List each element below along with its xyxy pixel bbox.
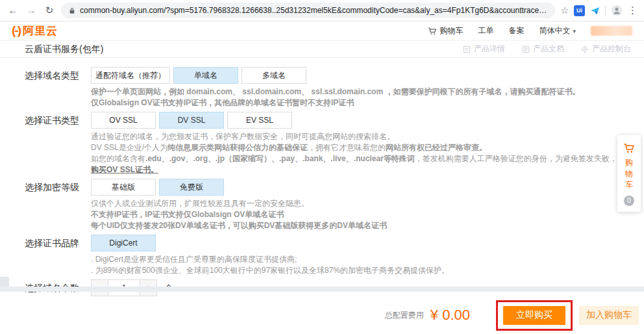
order-form: 选择域名类型 通配符域名（推荐） 单域名 多域名 保护一个单页面网站，例如 do…: [0, 58, 644, 296]
domain-type-desc-1: 保护一个单页面网站，例如 domain.com、 ssl.domain.com、…: [91, 86, 580, 97]
nav-beian[interactable]: 备案: [508, 25, 524, 36]
browser-menu-icon[interactable]: ⋮: [628, 5, 638, 16]
plane-extension-icon[interactable]: [590, 6, 600, 16]
domain-type-options: 通配符域名（推荐） 单域名 多域名: [91, 67, 580, 84]
site-header: (-) 阿里云 购物车 工单 备案 简体中文 ▾: [0, 21, 644, 40]
reload-icon[interactable]: ↻: [43, 4, 56, 17]
header-nav: 购物车 工单 备案 简体中文 ▾: [428, 25, 632, 36]
product-console-label: 产品控制台: [592, 44, 631, 55]
forward-icon[interactable]: →: [25, 4, 38, 17]
lock-icon: [69, 7, 75, 14]
toolbar-divider: [605, 5, 606, 16]
total-price: ¥ 0.00: [430, 307, 470, 324]
cart-icon: [428, 27, 437, 36]
row-cert-type: 选择证书类型 OV SSL DV SSL EV SSL 通过验证您的域名，为您颁…: [25, 112, 644, 175]
brand-label: 选择证书品牌: [25, 235, 91, 276]
back-icon[interactable]: ←: [6, 4, 19, 17]
row-domain-type: 选择域名类型 通配符域名（推荐） 单域名 多域名 保护一个单页面网站，例如 do…: [25, 67, 644, 109]
nav-cart[interactable]: 购物车: [428, 25, 463, 36]
domain-type-option-wildcard[interactable]: 通配符域名（推荐）: [91, 67, 170, 84]
enc-level-desc-3: 每个UID仅支持签发20张DV单域名证书，可以购买DV基础版获得更多的DV单域名…: [91, 220, 387, 231]
cart-icon: [623, 142, 635, 154]
domain-type-option-single[interactable]: 单域名: [173, 67, 238, 84]
docs-icon: [522, 45, 530, 53]
product-console-link[interactable]: 产品控制台: [581, 44, 631, 55]
enc-level-option-free[interactable]: 免费版: [159, 179, 224, 196]
nav-cart-label: 购物车: [440, 25, 463, 36]
floating-cart-widget[interactable]: 购物车 0: [617, 135, 641, 212]
cert-type-options: OV SSL DV SSL EV SSL: [91, 112, 644, 129]
domain-type-option-multi[interactable]: 多域名: [242, 67, 306, 84]
cert-type-label: 选择证书类型: [25, 112, 91, 175]
enc-level-label: 选择加密等级: [25, 179, 91, 231]
browser-avatar[interactable]: [611, 5, 623, 16]
product-docs-link[interactable]: 产品文档: [522, 44, 564, 55]
nav-language-label: 简体中文: [539, 25, 570, 36]
cert-type-option-ov[interactable]: OV SSL: [91, 112, 156, 129]
page-title: 云盾证书服务(包年): [25, 44, 103, 55]
row-brand: 选择证书品牌 DigiCert . DigiCert是业界更受信任且广受尊重的高…: [25, 235, 644, 276]
url-text: common-buy.aliyun.com/?spm=5176.7968328.…: [80, 6, 547, 15]
address-bar[interactable]: common-buy.aliyun.com/?spm=5176.7968328.…: [61, 3, 555, 18]
horizontal-scrollbar[interactable]: [0, 287, 644, 292]
page-title-links: 产品详情 产品文档 产品控制台: [463, 44, 631, 55]
product-docs-label: 产品文档: [533, 44, 564, 55]
cert-type-option-dv[interactable]: DV SSL: [159, 112, 224, 129]
brand-desc-1: . DigiCert是业界更受信任且广受尊重的高保障度证书提供商;: [91, 254, 449, 265]
aliyun-logo[interactable]: (-) 阿里云: [12, 23, 58, 38]
enc-level-option-basic[interactable]: 基础版: [91, 179, 156, 196]
domain-type-label: 选择域名类型: [25, 67, 91, 109]
domain-type-desc-2: 仅Globalsign OV证书支持IP证书，其他品牌的单域名证书暂时不支持IP…: [91, 97, 580, 109]
enc-level-options: 基础版 免费版: [91, 179, 387, 196]
total-cost-label: 总配置费用: [385, 310, 424, 321]
enc-level-desc-2: 不支持IP证书，IP证书支持仅Globalsign OV单域名证书: [91, 209, 387, 220]
enc-level-desc-1: 仅供个人或企业测试所用，扩展性较差且具有一定的安全隐患。: [91, 198, 387, 209]
product-detail-label: 产品详情: [474, 44, 505, 55]
brand-option-digicert[interactable]: DigiCert: [91, 235, 156, 251]
floating-cart-label: 购物车: [625, 157, 634, 190]
brand-options: DigiCert: [91, 235, 449, 251]
cert-type-option-ev[interactable]: EV SSL: [227, 112, 292, 129]
document-icon: [463, 45, 471, 53]
browser-toolbar: ← → ↻ common-buy.aliyun.com/?spm=5176.79…: [0, 0, 644, 21]
row-enc-level: 选择加密等级 基础版 免费版 仅供个人或企业测试所用，扩展性较差且具有一定的安全…: [25, 179, 644, 231]
checkout-bar: 总配置费用 ¥ 0.00 立即购买 加入购物车: [0, 296, 644, 334]
username-redacted[interactable]: [591, 26, 632, 36]
aliyun-logo-mark: (-): [12, 23, 20, 38]
cert-type-desc-3: 如您的域名含有.edu、.gov、.org、.jp（国家缩写）、.pay、.ba…: [91, 153, 644, 175]
cert-type-desc-1: 通过验证您的域名，为您颁发证书，保护客户数据安全，同时可提高您网站的搜索排名。: [91, 131, 644, 142]
cart-count-badge: 0: [624, 196, 634, 206]
aliyun-logo-text: 阿里云: [23, 23, 58, 38]
gear-icon: [581, 45, 589, 53]
ui-extension-icon[interactable]: Ui: [574, 5, 585, 16]
nav-language[interactable]: 简体中文 ▾: [539, 25, 576, 36]
page-title-row: 云盾证书服务(包年) 产品详情 产品文档 产品控制台: [0, 40, 644, 58]
buy-now-button[interactable]: 立即购买: [503, 306, 565, 325]
chevron-down-icon: ▾: [573, 28, 576, 34]
cert-type-desc-2: DV SSL是企业/个人为纯信息展示类网站获得公信力的基础保证，拥有它才意味着您…: [91, 142, 644, 153]
product-detail-link[interactable]: 产品详情: [463, 44, 505, 55]
add-to-cart-button[interactable]: 加入购物车: [579, 306, 639, 325]
brand-desc-2: . 为89%的财富500强企业、全球前100大银行中的97家银行以及全球87%的…: [91, 265, 449, 276]
bookmark-star-icon[interactable]: ☆: [560, 5, 569, 16]
annotation-highlight-box: 立即购买: [496, 300, 573, 331]
nav-ticket[interactable]: 工单: [478, 25, 493, 36]
